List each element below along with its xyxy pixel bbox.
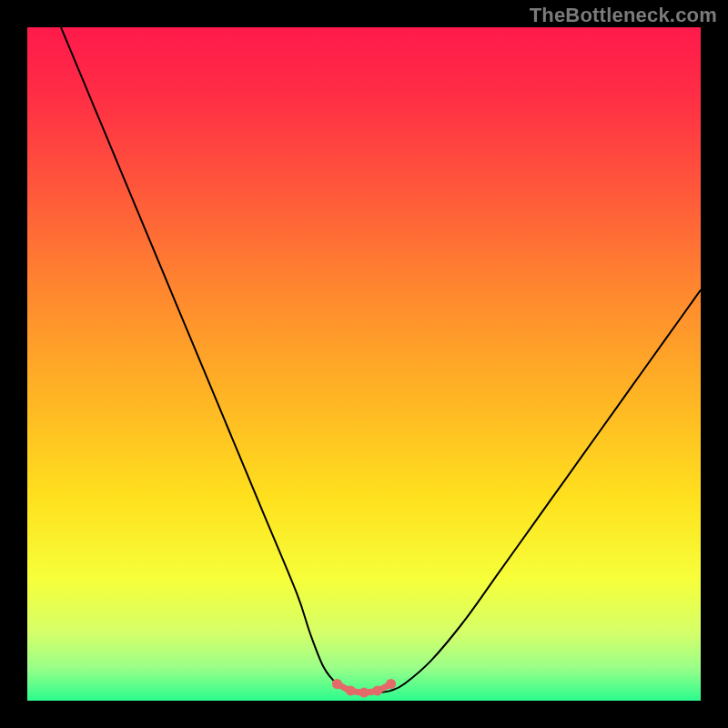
marker-dot xyxy=(359,688,369,698)
chart-frame: TheBottleneck.com xyxy=(0,0,728,728)
watermark-text: TheBottleneck.com xyxy=(530,4,717,27)
marker-dot xyxy=(346,685,356,695)
bottleneck-curve xyxy=(61,27,701,693)
marker-dot xyxy=(372,685,382,695)
curve-layer xyxy=(27,27,701,701)
marker-dot xyxy=(386,679,396,689)
marker-dot xyxy=(332,679,342,689)
plot-area xyxy=(27,27,701,701)
